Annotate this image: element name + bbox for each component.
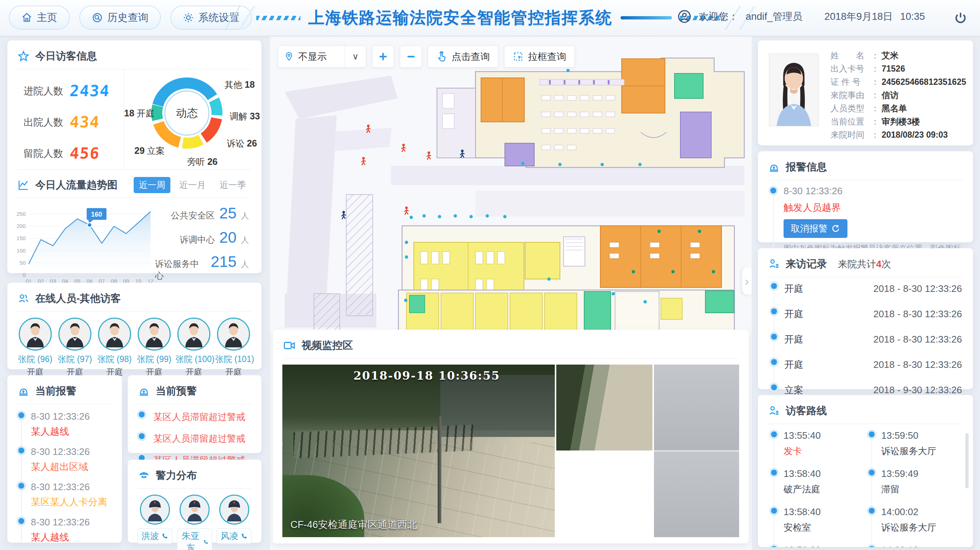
online-person[interactable]: 张院 (96) 开庭 [17,318,54,378]
map-toolbar: 不显示 ∨ + − 点击查询 拉框查询 [278,46,574,68]
visit-time: 2018 - 9-30 12:33:26 [873,385,962,396]
svg-text:100: 100 [16,248,26,254]
video-slot-empty-2[interactable] [654,451,739,537]
online-person[interactable]: 张院 (101) 开庭 [215,318,252,378]
officer-item: 洪波 [137,494,173,550]
timeline-dot [771,385,777,390]
visitor-avatar [98,318,131,351]
person-field-row: 出入卡号 ： 71526 [830,64,967,74]
title-left-dashes [256,16,300,20]
person-field-row: 姓 名 ： 艾米 [830,51,967,60]
donut-label-tiaojie: 调解 33 [230,111,260,122]
online-person[interactable]: 张院 (98) 开庭 [96,318,133,378]
online-person-name: 张院 (96) [17,354,54,365]
alarm-time: 8-30 12:33:26 [31,517,113,528]
alert-info-card: 报警信息 8-30 12:33:26 触发人员越界 取消报警 图中灰色图标为触发… [758,151,973,242]
history-query-button[interactable]: 历史查询 [79,5,161,30]
stat-label: 留院人数 [24,147,63,160]
trend-title: 今日人流量趋势图 [35,178,128,192]
person-photo [769,54,819,126]
trend-range-tab[interactable]: 近一周 [134,177,170,193]
officer-name: 洪波 [142,530,159,542]
svg-text:160: 160 [91,211,102,218]
online-person[interactable]: 张院 (97) 开庭 [57,318,93,378]
video-card-title: 视频监控区 [301,339,353,353]
refresh-icon [831,224,840,233]
svg-text:250: 250 [16,211,26,217]
route-step: 13:58:40 安检室 [771,506,869,545]
visit-type: 开庭 [784,333,803,346]
visit-record-list: 开庭 2018 - 8-30 12:33:26 开庭 2018 - 8-30 1… [758,277,973,409]
visitor-stat-row: 进院人数 2434 [24,82,124,100]
route-time: 13:58:40 [784,506,869,518]
home-button[interactable]: 主页 [9,5,70,30]
warning-list: 某区人员滞留超过警戒 某区人员滞留超过警戒 某区人员滞留超过警戒 [128,404,261,466]
panel-collapse-handle[interactable]: › [742,267,752,294]
alarm-list: 8-30 12:33:26 某人越线 8-30 12:33:26 某人超出区域 … [7,404,122,550]
online-person[interactable]: 张院 (99) 开庭 [136,318,173,378]
header-user-area: 欢迎您： andif_管理员 2018年9月18日 10:35 [678,10,925,24]
cancel-alarm-button[interactable]: 取消报警 [784,219,848,238]
route-scrollbar[interactable] [965,433,969,488]
current-date: 2018年9月18日 [824,10,892,23]
officer-call-button[interactable]: 洪波 [137,528,173,544]
timeline-dot [869,508,875,513]
route-column-right: 13:59:50 诉讼服务大厅 13:59:49 滞留 14:00:02 诉讼服… [869,430,966,547]
field-value: 审判楼3楼 [881,117,920,127]
timeline-dot [18,518,24,524]
user-list-icon [768,405,780,417]
username: andif_管理员 [746,10,803,23]
visit-record-row: 开庭 2018 - 8-30 12:33:26 [771,282,962,308]
siren-icon [138,385,150,397]
person-field-row: 來院事由 ： 信访 [830,90,967,100]
video-card-header: 视频监控区 [273,330,749,358]
trend-range-tab[interactable]: 近一月 [174,177,211,193]
online-people-list: 张院 (96) 开庭 张院 (97) 开庭 张院 (98) 开庭 张院 (99) [7,312,261,378]
map-layer-select[interactable]: 不显示 ∨ [278,46,366,68]
route-place: 诉讼服务大厅 [881,445,966,457]
visits-total: 来院共计4次 [838,258,891,270]
click-query-button[interactable]: 点击查询 [428,46,498,68]
officer-call-button[interactable]: 风凌 [216,528,252,544]
visit-records-card: 来访记录 来院共计4次 开庭 2018 - 8-30 12:33:26 开庭 2… [758,248,973,389]
officer-avatar [219,494,249,525]
home-label: 主页 [37,11,57,25]
video-monitor-card: 视频监控区 2018-09-18 10:36:55 CF-46安检通庭审区通道西… [273,330,749,544]
home-icon [21,12,32,23]
warning-card-title: 当前预警 [156,384,197,398]
map-zoom-out-button[interactable]: − [400,46,422,68]
online-visitors-card: 在线人员-其他访客 张院 (96) 开庭 张院 (97) 开庭 [7,283,261,369]
alert-time: 8-30 12:33:26 [770,185,964,197]
timeline-dot [771,283,777,289]
police-cap-icon [138,470,150,481]
box-query-button[interactable]: 拉框查询 [504,46,574,68]
video-thumb-1[interactable] [556,365,652,450]
map-zoom-in-button[interactable]: + [372,46,394,68]
visit-time: 2018 - 8-30 12:33:26 [873,283,962,294]
video-thumb-2[interactable] [556,451,652,537]
alarm-message: 某区某人人卡分离 [31,496,113,509]
header-nav: 主页 历史查询 系统设置 [9,5,252,30]
video-slot-empty-1[interactable] [654,365,739,450]
click-query-label: 点击查询 [452,50,490,63]
visits-card-title: 来访记录 [786,257,827,271]
donut-label-susong: 诉讼 26 [227,138,257,149]
floor-map-area[interactable]: 不显示 ∨ + − 点击查询 拉框查询 › 视频监控区 [270,37,752,550]
officer-call-button[interactable]: 朱亚东 [177,528,212,550]
video-grid: 2018-09-18 10:36:55 CF-46安检通庭审区通道西北 [282,365,739,537]
floor-plan-map[interactable] [270,37,752,334]
online-person[interactable]: 张院 (100) 开庭 [175,318,212,378]
route-time: 13:59:50 [881,430,966,441]
visit-type: 开庭 [784,282,803,295]
alert-message: 触发人员越界 [770,201,964,214]
field-colon: ： [871,90,880,100]
power-button[interactable] [954,11,967,25]
field-label: 出入卡号 [830,64,870,74]
trend-range-tab[interactable]: 近一季 [215,177,251,193]
route-card-title: 访客路线 [786,404,827,418]
visit-record-row: 开庭 2018 - 8-30 12:33:26 [771,308,962,333]
main-video-feed[interactable]: 2018-09-18 10:36:55 CF-46安检通庭审区通道西北 [282,365,555,537]
field-colon: ： [871,117,880,127]
chevron-down-icon[interactable]: ∨ [345,46,366,67]
field-label: 姓 名 [830,51,870,60]
